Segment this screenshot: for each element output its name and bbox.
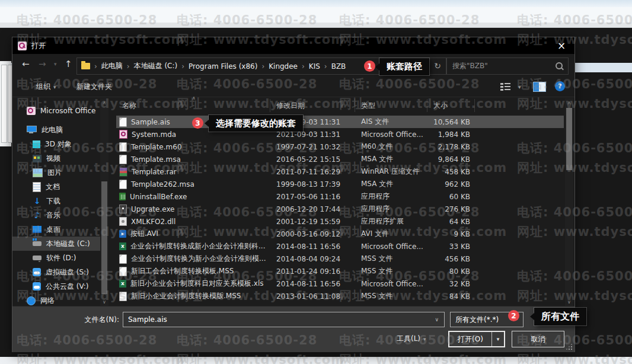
view-chevron-icon[interactable]: ▾ bbox=[518, 84, 521, 90]
file-row[interactable]: Template.rar2011-07-11 16:29WinRAR 压缩文件4… bbox=[116, 165, 564, 178]
breadcrumb-item[interactable]: 本地磁盘 (C:) bbox=[134, 61, 178, 71]
chevron-right-icon: › bbox=[94, 62, 97, 71]
file-file-icon bbox=[119, 117, 127, 127]
scroll-up-icon[interactable]: ∧ bbox=[100, 98, 108, 107]
network-icon bbox=[27, 296, 36, 305]
sidebar-item[interactable]: 软件 (D:) bbox=[12, 251, 100, 265]
sidebar-item[interactable]: 音乐 bbox=[12, 208, 100, 222]
sidebar-item[interactable]: 视频 bbox=[12, 151, 100, 165]
open-button[interactable]: 打开(O) ▾ bbox=[448, 331, 505, 347]
sidebar-item[interactable]: 桌面 bbox=[12, 222, 100, 237]
sidebar-scrollbar-thumb[interactable] bbox=[101, 181, 107, 294]
picture-icon bbox=[33, 168, 43, 177]
file-row[interactable]: 企业会计制度转换成新小企业会计准则科...2014-08-11 16:56Mic… bbox=[116, 240, 564, 253]
scroll-down-icon[interactable]: ∨ bbox=[100, 298, 108, 306]
office-icon bbox=[27, 107, 36, 115]
file-type: MSS 文件 bbox=[355, 254, 427, 264]
file-size: 10,564 KB bbox=[427, 118, 475, 126]
search-icon[interactable] bbox=[556, 62, 563, 69]
file-date: 2006-12-20 17:44 bbox=[270, 205, 355, 213]
filename-input[interactable]: Sample.ais ∨ bbox=[123, 312, 445, 327]
column-header-date[interactable]: 修改日期 bbox=[270, 99, 355, 112]
chevron-right-icon: › bbox=[324, 62, 327, 71]
resize-grip[interactable] bbox=[566, 344, 572, 350]
view-list-icon[interactable] bbox=[500, 82, 510, 91]
file-list-header: 名称 ∧ 修改日期 类型 大小 bbox=[116, 97, 564, 114]
close-icon[interactable]: × bbox=[548, 37, 574, 54]
sidebar-item-label: 音乐 bbox=[46, 210, 60, 221]
app-file-icon bbox=[119, 205, 127, 213]
sidebar-item-label: 桌面 bbox=[46, 225, 60, 235]
sidebar-scrollbar[interactable]: ∧ ∨ bbox=[100, 98, 108, 306]
refresh-icon[interactable]: ↻ bbox=[434, 61, 441, 71]
history-chevron-icon[interactable]: ▾ bbox=[54, 61, 57, 67]
file-row[interactable]: 企业会计制度转换为新小企业会计准则模...2014-08-04 09:24MSS… bbox=[116, 253, 564, 265]
file-row[interactable]: System.mda2021-09-03 11:31Microsoft Offi… bbox=[116, 128, 564, 141]
forward-icon[interactable]: → bbox=[39, 59, 46, 69]
cancel-button[interactable]: 取消 bbox=[512, 331, 564, 347]
sidebar-item[interactable]: 3D 对象 bbox=[12, 137, 100, 151]
breadcrumb-item[interactable]: 此电脑 bbox=[101, 61, 123, 71]
chevron-right-icon: › bbox=[181, 62, 184, 71]
excel-file-icon bbox=[119, 242, 126, 250]
sidebar-item-label: 网络 bbox=[40, 296, 55, 306]
file-row[interactable]: Sample.ais2021-09-03 11:31AIS 文件10,564 K… bbox=[116, 116, 564, 128]
breadcrumb-item[interactable]: KIS bbox=[309, 62, 320, 71]
sidebar-item[interactable]: 下载 bbox=[12, 194, 100, 208]
column-header-size[interactable]: 大小 bbox=[427, 99, 475, 112]
column-header-type[interactable]: 类型 bbox=[355, 99, 427, 112]
breadcrumb-item[interactable]: Program Files (x86) bbox=[189, 62, 257, 71]
sidebar-item[interactable]: 此电脑 bbox=[12, 123, 100, 137]
file-name: 企业会计制度转换成新小企业会计准则科... bbox=[130, 241, 265, 251]
breadcrumb-item[interactable]: BZB bbox=[331, 62, 346, 71]
back-icon[interactable]: ← bbox=[22, 59, 30, 69]
column-header-name[interactable]: 名称 ∧ bbox=[116, 99, 270, 112]
scroll-up-icon[interactable]: ∧ bbox=[565, 98, 573, 107]
preview-pane-icon[interactable] bbox=[533, 82, 546, 92]
breadcrumb-item[interactable]: Kingdee bbox=[269, 62, 298, 71]
file-row[interactable]: 新旧小企业会计制度科目对应关系模板.xls2014-08-11 16:56Mic… bbox=[116, 277, 564, 290]
search-input[interactable]: 搜索"BZB" bbox=[446, 58, 569, 75]
file-row[interactable]: Template262.msa1999-08-13 17:39MSA 文件962… bbox=[116, 178, 564, 190]
background-top-band bbox=[0, 0, 632, 7]
file-type: Microsoft Office... bbox=[355, 130, 427, 139]
organize-button[interactable]: 组织▾ bbox=[36, 82, 56, 92]
filetype-value: 所有文件(*.*) bbox=[455, 315, 499, 325]
sidebar-item[interactable]: Microsoft Office bbox=[12, 104, 100, 118]
file-row[interactable]: 新旧工会会计制度转换模板.MSS2011-01-24 09:16MSS 文件80… bbox=[116, 265, 564, 277]
sidebar-item[interactable]: 公共云盘 (V:) bbox=[12, 279, 100, 293]
file-row[interactable]: Upgrate.exe2006-12-20 17:44应用程序276 KB bbox=[116, 203, 564, 215]
file-row[interactable]: UninstallBef.exe2017-05-06 11:16应用程序60 K… bbox=[116, 190, 564, 203]
filelist-scrollbar-thumb[interactable] bbox=[566, 108, 572, 170]
file-date: 2013-01-06 11:08 bbox=[270, 292, 355, 301]
up-icon[interactable]: ↑ bbox=[65, 59, 72, 69]
file-type: MSA 文件 bbox=[355, 179, 427, 189]
tools-button[interactable]: 工具(L)▾ bbox=[397, 334, 426, 344]
sidebar-item[interactable]: 本地磁盘 (C:) bbox=[12, 237, 100, 251]
sidebar-item-label: 3D 对象 bbox=[45, 139, 72, 149]
file-type: AVI 文件 bbox=[355, 229, 427, 239]
file-type: MSA 文件 bbox=[355, 154, 427, 164]
column-header-filler bbox=[475, 99, 564, 112]
open-split-chevron-icon[interactable]: ▾ bbox=[491, 332, 504, 346]
sidebar-item[interactable]: 图片 bbox=[12, 165, 100, 180]
file-row[interactable]: 按钮.AVI2000-03-16 09:12AVI 文件9 KB bbox=[116, 228, 564, 240]
help-icon[interactable]: ? bbox=[555, 81, 565, 91]
sidebar-item[interactable]: 文档 bbox=[12, 180, 100, 194]
file-size: 64 KB bbox=[427, 218, 475, 226]
file-name: System.mda bbox=[132, 130, 176, 139]
file-row[interactable]: XMLKFO2.dll2001-12-19 15:59应用程序扩展64 KB bbox=[116, 215, 564, 228]
sidebar-item[interactable]: 虚拟磁盘 (S:) bbox=[12, 265, 100, 279]
file-name: XMLKFO2.dll bbox=[131, 218, 175, 226]
dll-file-icon bbox=[119, 217, 127, 226]
breadcrumb: ›此电脑›本地磁盘 (C:)›Program Files (x86)›Kingd… bbox=[90, 61, 346, 71]
new-folder-button[interactable]: 新建文件夹 bbox=[76, 82, 112, 92]
scroll-down-icon[interactable]: ∨ bbox=[565, 298, 573, 306]
chevron-down-icon[interactable]: ∨ bbox=[435, 317, 439, 323]
sidebar-item[interactable]: 网络 bbox=[12, 293, 100, 306]
drive-icon bbox=[33, 256, 42, 260]
file-row[interactable]: Template.msa2016-05-22 15:15MSA 文件9,864 … bbox=[116, 153, 564, 165]
file-row[interactable]: 新旧小企业会计制度转换模版.MSS2013-01-06 11:08MSS 文件8… bbox=[116, 290, 564, 302]
file-row[interactable]: Template.m601997-07-21 10:32M60 文件2,178 … bbox=[116, 141, 564, 153]
filelist-scrollbar[interactable]: ∧ ∨ bbox=[565, 98, 573, 306]
